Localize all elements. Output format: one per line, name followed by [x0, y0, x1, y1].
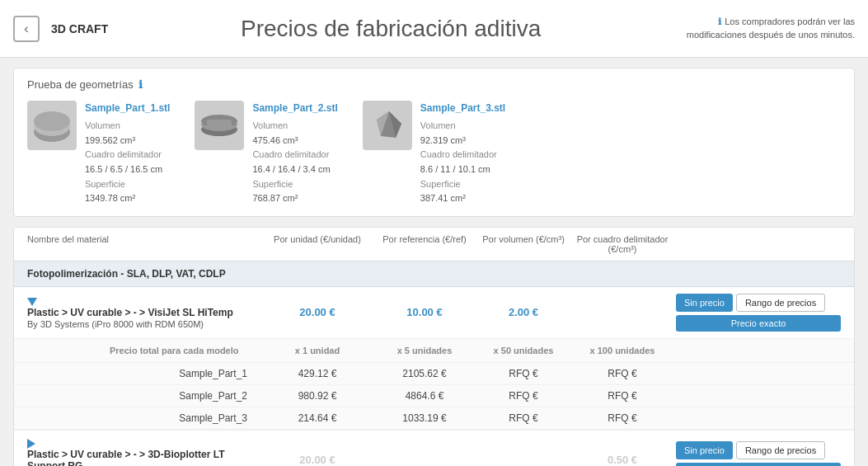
btn-rango-precios-2[interactable]: Rango de precios [736, 441, 825, 459]
col-header-name: Nombre del material [27, 234, 264, 254]
detail-part3-x1: 214.64 € [264, 412, 371, 424]
price-unidad-2: 20.00 € [264, 454, 371, 466]
product-row-1: Plastic > UV curable > - > VisiJet SL Hi… [14, 287, 854, 339]
price-cuadro-2: 0.50 € [569, 454, 676, 466]
pricing-table: Nombre del material Por unidad (€/unidad… [13, 227, 855, 466]
part-thumbnail-1 [27, 101, 77, 150]
back-button[interactable]: ‹ [13, 16, 40, 42]
part-item-2: Sample_Part_2.stl Volumen 475.46 cm³ Cua… [195, 101, 337, 206]
part-info-1: Sample_Part_1.stl Volumen 199.562 cm³ Cu… [85, 101, 170, 206]
btn-precio-exacto-2[interactable]: Precio exacto [676, 463, 841, 466]
page-title: Precios de fabricación aditiva [108, 16, 673, 42]
part-name-2: Sample_Part_2.stl [252, 101, 337, 116]
detail-col-100: x 100 unidades [569, 346, 676, 355]
detail-col-50: x 50 unidades [478, 346, 569, 355]
detail-part3-name: Sample_Part_3 [27, 412, 264, 424]
product-name-2: Plastic > UV curable > - > 3D-Bioplotter… [27, 437, 264, 466]
info-icon: ℹ [718, 16, 721, 26]
section-fotopolimerizacion: Fotopolimerización - SLA, DLP, VAT, CDLP [14, 261, 854, 287]
geometry-header: Prueba de geometrías ℹ [27, 78, 841, 91]
geometry-title: Prueba de geometrías [27, 78, 134, 91]
price-actions-row-top-2: Sin precio Rango de precios [676, 441, 825, 459]
svg-point-2 [34, 111, 70, 131]
content: Prueba de geometrías ℹ Sample_Part_1.stl… [0, 58, 868, 466]
back-icon: ‹ [24, 21, 28, 36]
btn-sin-precio-2[interactable]: Sin precio [676, 441, 733, 459]
detail-col-1: x 1 unidad [264, 346, 371, 355]
col-header-volumen: Por volumen (€/cm³) [478, 234, 569, 254]
product-name-1: Plastic > UV curable > - > VisiJet SL Hi… [27, 295, 264, 330]
part-thumbnail-2 [195, 101, 244, 150]
btn-precio-exacto-1[interactable]: Precio exacto [676, 315, 841, 332]
btn-sin-precio-1[interactable]: Sin precio [676, 294, 733, 312]
price-volumen-1: 2.00 € [478, 306, 569, 318]
detail-row-part1: Sample_Part_1 429.12 € 2105.62 € RFQ € R… [14, 363, 854, 385]
detail-col-name: Precio total para cada modelo [27, 346, 264, 355]
geometry-section: Prueba de geometrías ℹ Sample_Part_1.stl… [13, 68, 855, 217]
part-name-3: Sample_Part_3.stl [420, 101, 505, 116]
detail-part2-x1: 980.92 € [264, 390, 371, 402]
btn-rango-precios-1[interactable]: Rango de precios [736, 294, 825, 312]
col-header-cuadro: Por cuadro delimitador (€/cm³) [569, 234, 676, 254]
price-unidad-1: 20.00 € [264, 306, 371, 318]
detail-part1-x1: 429.12 € [264, 368, 371, 379]
col-header-unidad: Por unidad (€/unidad) [264, 234, 371, 254]
column-headers: Nombre del material Por unidad (€/unidad… [14, 228, 854, 261]
detail-part2-x100: RFQ € [569, 390, 676, 402]
part-info-2: Sample_Part_2.stl Volumen 475.46 cm³ Cua… [252, 101, 337, 206]
header: ‹ 3D CRAFT Precios de fabricación aditiv… [0, 0, 868, 58]
header-info: ℹLos compradores podrán ver las modifica… [673, 16, 855, 41]
header-left: ‹ 3D CRAFT [13, 16, 108, 42]
price-actions-2: Sin precio Rango de precios Precio exact… [676, 441, 841, 466]
detail-header-row: Precio total para cada modelo x 1 unidad… [14, 339, 854, 363]
price-actions-1: Sin precio Rango de precios Precio exact… [676, 294, 841, 332]
col-header-referencia: Por referencia (€/ref) [371, 234, 478, 254]
detail-part2-name: Sample_Part_2 [27, 390, 264, 402]
part-thumbnail-3 [363, 101, 412, 150]
detail-row-part3: Sample_Part_3 214.64 € 1033.19 € RFQ € R… [14, 407, 854, 430]
part-name-1: Sample_Part_1.stl [85, 101, 170, 116]
detail-part3-x100: RFQ € [569, 412, 676, 424]
expand-toggle-2[interactable] [27, 439, 35, 449]
detail-row-part2: Sample_Part_2 980.92 € 4864.6 € RFQ € RF… [14, 385, 854, 407]
price-referencia-1: 10.00 € [371, 306, 478, 318]
detail-part2-x5: 4864.6 € [371, 390, 478, 402]
part-item-3: Sample_Part_3.stl Volumen 92.319 cm³ Cua… [363, 101, 505, 206]
svg-rect-6 [207, 120, 232, 129]
detail-col-5: x 5 unidades [371, 346, 478, 355]
detail-part1-x100: RFQ € [569, 368, 676, 379]
price-actions-row-top-1: Sin precio Rango de precios [676, 294, 825, 312]
detail-part1-name: Sample_Part_1 [27, 368, 264, 379]
expand-toggle-1[interactable] [27, 298, 37, 306]
detail-part1-x50: RFQ € [478, 368, 569, 379]
brand-title: 3D CRAFT [51, 22, 108, 35]
geometry-info-icon: ℹ [138, 78, 143, 91]
col-header-actions [676, 234, 841, 254]
part-info-3: Sample_Part_3.stl Volumen 92.319 cm³ Cua… [420, 101, 505, 206]
detail-section-1: Precio total para cada modelo x 1 unidad… [14, 339, 854, 431]
detail-part2-x50: RFQ € [478, 390, 569, 402]
detail-part3-x5: 1033.19 € [371, 412, 478, 424]
detail-part1-x5: 2105.62 € [371, 368, 478, 379]
part-item-1: Sample_Part_1.stl Volumen 199.562 cm³ Cu… [27, 101, 170, 206]
product-row-2: Plastic > UV curable > - > 3D-Bioplotter… [14, 431, 854, 466]
detail-part3-x50: RFQ € [478, 412, 569, 424]
parts-row: Sample_Part_1.stl Volumen 199.562 cm³ Cu… [27, 101, 841, 206]
